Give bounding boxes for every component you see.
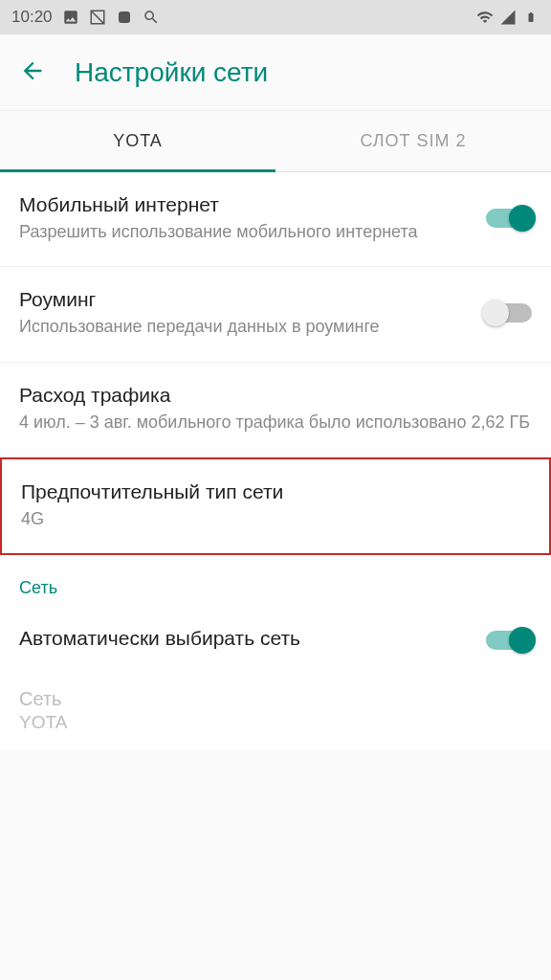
signal-icon bbox=[499, 9, 517, 26]
setting-title: Автоматически выбирать сеть bbox=[19, 627, 471, 650]
setting-subtitle: 4G bbox=[21, 507, 530, 530]
toggle-roaming[interactable] bbox=[486, 303, 532, 323]
setting-subtitle: Разрешить использование мобильного интер… bbox=[19, 220, 471, 243]
back-button[interactable] bbox=[19, 57, 46, 88]
setting-title: Предпочтительный тип сети bbox=[21, 480, 530, 503]
setting-subtitle: Использование передачи данных в роуминге bbox=[19, 315, 471, 338]
section-header-network: Сеть bbox=[0, 555, 551, 606]
setting-roaming[interactable]: Роуминг Использование передачи данных в … bbox=[0, 267, 551, 362]
settings-list: Мобильный интернет Разрешить использован… bbox=[0, 172, 551, 750]
setting-title: Сеть bbox=[19, 688, 532, 710]
svg-rect-0 bbox=[119, 11, 130, 23]
setting-subtitle: 4 июл. – 3 авг. мобильного трафика было … bbox=[19, 411, 532, 434]
tab-sim2[interactable]: СЛОТ SIM 2 bbox=[276, 111, 551, 171]
setting-auto-select-network[interactable]: Автоматически выбирать сеть bbox=[0, 606, 551, 671]
wifi-icon bbox=[476, 9, 494, 26]
tab-yota[interactable]: YOTA bbox=[0, 111, 276, 171]
crop-icon bbox=[89, 9, 106, 26]
app-bar: Настройки сети bbox=[0, 34, 551, 111]
setting-network-disabled: Сеть YOTA bbox=[0, 671, 551, 750]
page-title: Настройки сети bbox=[75, 57, 268, 88]
sim-tabs: YOTA СЛОТ SIM 2 bbox=[0, 111, 551, 172]
toggle-auto-select[interactable] bbox=[486, 631, 532, 650]
status-bar: 10:20 bbox=[0, 0, 551, 34]
tab-label: YOTA bbox=[113, 131, 163, 151]
setting-preferred-network[interactable]: Предпочтительный тип сети 4G bbox=[2, 459, 549, 553]
app-icon bbox=[116, 9, 133, 26]
search-icon bbox=[143, 9, 160, 26]
battery-icon bbox=[522, 9, 540, 26]
setting-data-usage[interactable]: Расход трафика 4 июл. – 3 авг. мобильног… bbox=[0, 363, 551, 457]
image-icon bbox=[62, 9, 79, 26]
setting-title: Расход трафика bbox=[19, 384, 532, 407]
status-time: 10:20 bbox=[11, 8, 53, 27]
highlight-annotation: Предпочтительный тип сети 4G bbox=[0, 457, 551, 555]
setting-subtitle: YOTA bbox=[19, 712, 532, 733]
tab-label: СЛОТ SIM 2 bbox=[360, 131, 466, 151]
toggle-mobile-data[interactable] bbox=[486, 209, 532, 228]
setting-title: Мобильный интернет bbox=[19, 193, 471, 216]
setting-title: Роуминг bbox=[19, 288, 471, 311]
setting-mobile-data[interactable]: Мобильный интернет Разрешить использован… bbox=[0, 172, 551, 267]
